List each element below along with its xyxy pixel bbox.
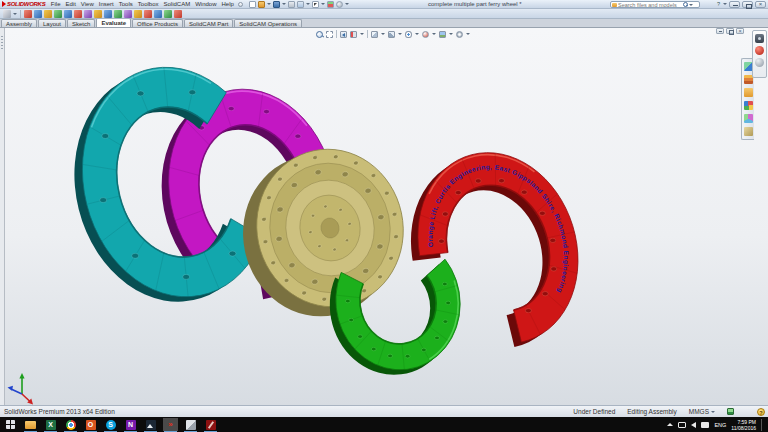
menu-item-toolbox[interactable]: Toolbox — [135, 1, 161, 7]
tab-assembly[interactable]: Assembly — [1, 19, 37, 27]
help-button[interactable]: ? — [716, 1, 721, 7]
tab-evaluate[interactable]: Evaluate — [96, 18, 131, 27]
scene-caret-icon[interactable] — [449, 33, 453, 35]
apply-scene-icon[interactable] — [439, 31, 446, 38]
display-style-caret-icon[interactable] — [398, 33, 402, 35]
show-desktop-button[interactable] — [761, 419, 764, 431]
adobe-taskbar-button[interactable] — [203, 418, 218, 431]
file-explorer-tab-icon[interactable] — [744, 88, 753, 97]
search-icon[interactable] — [683, 2, 688, 7]
capture-options-icon[interactable] — [755, 58, 764, 67]
section-view-caret-icon[interactable] — [360, 33, 364, 35]
measure-icon[interactable] — [24, 10, 32, 18]
tab-office-products[interactable]: Office Products — [132, 19, 183, 27]
feature-manager-splitter[interactable] — [0, 28, 5, 405]
simulationxpress-icon[interactable] — [154, 10, 162, 18]
tags-icon[interactable] — [727, 408, 734, 415]
pin-menu-icon[interactable] — [238, 2, 243, 7]
clearance-verification-icon[interactable] — [84, 10, 92, 18]
doc-minimize-button[interactable] — [716, 28, 724, 34]
section-view-icon[interactable] — [350, 31, 357, 38]
start-menu-button[interactable] — [3, 418, 18, 431]
units-selector[interactable]: MMGS — [689, 408, 715, 415]
volume-icon[interactable] — [691, 422, 696, 428]
help-caret-icon[interactable] — [723, 3, 727, 5]
tray-expand-icon[interactable] — [667, 423, 673, 426]
screen-capture-icon[interactable] — [755, 34, 764, 43]
previous-view-icon[interactable] — [340, 31, 347, 38]
tab-solidcam-operations[interactable]: SolidCAM Operations — [234, 19, 302, 27]
menu-item-help[interactable]: Help — [219, 1, 236, 7]
filter-caret-icon[interactable] — [13, 13, 17, 15]
menu-item-insert[interactable]: Insert — [96, 1, 116, 7]
view-orientation-icon[interactable] — [371, 31, 378, 38]
units-caret-icon[interactable] — [711, 411, 715, 413]
tab-layout[interactable]: Layout — [38, 19, 66, 27]
doc-restore-button[interactable] — [726, 28, 734, 34]
undo-icon[interactable] — [297, 1, 304, 8]
view-orientation-caret-icon[interactable] — [381, 33, 385, 35]
save-caret-icon[interactable] — [282, 3, 286, 5]
motion-study-icon[interactable] — [164, 10, 172, 18]
save-icon[interactable] — [273, 1, 280, 8]
zoom-to-area-icon[interactable] — [326, 31, 333, 38]
part-hub-disc-tan[interactable] — [228, 136, 418, 331]
search-box[interactable] — [610, 1, 700, 8]
select-cursor-icon[interactable] — [312, 1, 319, 8]
network-icon[interactable] — [678, 422, 686, 428]
hole-alignment-icon[interactable] — [94, 10, 102, 18]
interference-detection-icon[interactable] — [74, 10, 82, 18]
tab-sketch[interactable]: Sketch — [67, 19, 95, 27]
display-style-icon[interactable] — [388, 31, 395, 38]
hide-show-items-icon[interactable] — [405, 31, 412, 38]
onenote-taskbar-button[interactable]: N — [123, 418, 138, 431]
menu-item-view[interactable]: View — [78, 1, 96, 7]
office-taskbar-button[interactable]: O — [83, 418, 98, 431]
symmetry-check-icon[interactable] — [134, 10, 142, 18]
file-explorer-taskbar-button[interactable] — [23, 418, 38, 431]
performance-evaluation-icon[interactable] — [114, 10, 122, 18]
search-caret-icon[interactable] — [689, 4, 693, 6]
compare-documents-icon[interactable] — [144, 10, 152, 18]
assembly-visualization-icon[interactable] — [64, 10, 72, 18]
open-caret-icon[interactable] — [267, 3, 271, 5]
solidworks-taskbar-button[interactable]: » — [163, 418, 178, 431]
open-document-icon[interactable] — [258, 1, 265, 8]
curvature-icon[interactable] — [124, 10, 132, 18]
view-palette-icon[interactable] — [744, 101, 753, 110]
language-indicator[interactable]: ENG — [714, 422, 726, 428]
part-ring-green[interactable] — [330, 259, 460, 375]
costing-icon[interactable] — [174, 10, 182, 18]
edrawings-taskbar-button[interactable] — [183, 418, 198, 431]
tab-solidcam-part[interactable]: SolidCAM Part — [184, 19, 233, 27]
undo-caret-icon[interactable] — [306, 3, 310, 5]
close-button[interactable] — [755, 1, 766, 8]
skype-taskbar-button[interactable]: S — [103, 418, 118, 431]
view-settings-caret-icon[interactable] — [466, 33, 470, 35]
search-scope-folder-icon[interactable] — [612, 3, 617, 7]
appearances-scenes-icon[interactable] — [744, 114, 753, 123]
rebuild-icon[interactable] — [327, 1, 334, 8]
excel-taskbar-button[interactable]: X — [43, 418, 58, 431]
options-gear-icon[interactable] — [336, 1, 343, 8]
custom-properties-icon[interactable] — [744, 127, 753, 136]
restore-button[interactable] — [742, 1, 753, 8]
tray-clock[interactable]: 7:59 PM 11/08/2016 — [731, 419, 756, 431]
menu-item-file[interactable]: File — [48, 1, 63, 7]
photos-taskbar-button[interactable] — [143, 418, 158, 431]
select-caret-icon[interactable] — [321, 3, 325, 5]
chrome-taskbar-button[interactable] — [63, 418, 78, 431]
view-settings-icon[interactable] — [456, 31, 463, 38]
edit-appearance-icon[interactable] — [422, 31, 429, 38]
zoom-to-fit-icon[interactable] — [316, 31, 323, 38]
menu-item-solidcam[interactable]: SolidCAM — [161, 1, 193, 7]
quick-tips-icon[interactable]: ? — [757, 408, 765, 416]
menu-item-tools[interactable]: Tools — [116, 1, 135, 7]
options-caret-icon[interactable] — [345, 3, 349, 5]
assemblyxpert-icon[interactable] — [104, 10, 112, 18]
doc-close-button[interactable] — [736, 28, 744, 34]
sensor-icon[interactable] — [54, 10, 62, 18]
hide-show-caret-icon[interactable] — [415, 33, 419, 35]
filter-icon[interactable] — [3, 10, 11, 18]
section-properties-icon[interactable] — [44, 10, 52, 18]
